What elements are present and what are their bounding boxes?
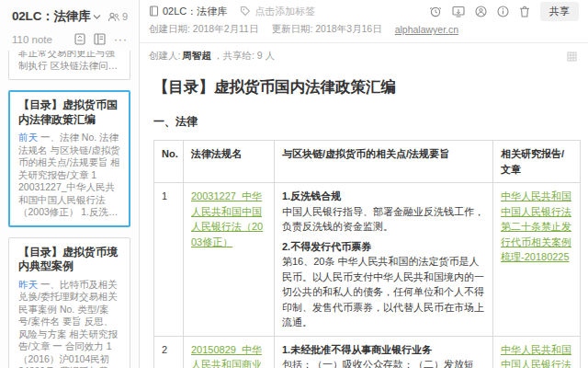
note-count: 110 note (12, 34, 52, 45)
report-link[interactable]: 中华人民共和国中国人民银行法第二十条禁止发行代币相关案例梳理-20180225 (501, 344, 571, 368)
add-tag-field[interactable]: 点击添加标签 (240, 5, 315, 18)
trash-icon[interactable] (519, 6, 530, 17)
cell-no: 2 (154, 336, 184, 368)
law-link[interactable]: 20150829_中华人民共和国商业银行法（2015修正） (191, 344, 264, 368)
report-link[interactable]: 中华人民共和国中国人民银行法第二十条禁止发行代币相关案例梳理-20180225 (501, 190, 571, 262)
note-card-list: 非正常交易的更正与强制执行 区块链法律问题（四）… 【目录】虚拟货币国内法律政策… (0, 51, 139, 368)
table-header-row: No. 法律法规名 与区块链/虚拟货币的相关点/法规要旨 相关研究报告/文章 (154, 141, 581, 183)
note-date: 昨天 (18, 279, 38, 290)
point-heading: 1.未经批准不得从事商业银行业务 (282, 342, 485, 358)
updated-date: 更新日期: 2018年3月16日 (271, 23, 381, 36)
chevron-down-icon[interactable] (93, 14, 101, 20)
note-snippet: 昨天 一、比特币及相关兑换/委托理财交易相关民事案例 No. 类型/案号/案件名… (18, 279, 120, 368)
table-grid-icon[interactable] (567, 52, 577, 62)
tag-icon (240, 6, 251, 17)
law-table: No. 法律法规名 与区块链/虚拟货币的相关点/法规要旨 相关研究报告/文章 1… (153, 140, 581, 368)
header-no: No. (154, 141, 184, 183)
app-window: 02LC：法律库 9 11 (0, 0, 588, 368)
note-title: 【目录】虚拟货币国内法律政策汇编 (18, 98, 120, 127)
note-editor: 02LC：法律库 点击添加标签 (140, 0, 588, 368)
note-date: 前天 (18, 132, 38, 143)
notes-sidebar: 02LC：法律库 9 11 (0, 0, 140, 368)
note-snippet: 非正常交易的更正与强制执行 区块链法律问题（四）… (18, 51, 120, 72)
sidebar-header: 02LC：法律库 9 11 (0, 0, 139, 51)
document-body: 【目录】虚拟货币国内法律政策汇编 一、法律 No. 法律法规名 与区块链/虚拟货… (140, 64, 588, 368)
note-card-cropped[interactable]: 非正常交易的更正与强制执行 区块链法律问题（四）… (8, 51, 130, 80)
note-title: 【目录】虚拟货币境内典型案例 (18, 246, 120, 274)
table-row: 2 20150829_中华人民共和国商业银行法（2015修正） 1.未经批准不得… (154, 336, 581, 368)
note-card-selected[interactable]: 【目录】虚拟货币国内法律政策汇编 前天 一、法律 No. 法律法规名 与区块链/… (8, 90, 130, 227)
info-icon[interactable] (497, 6, 509, 17)
note-meta-row: 创建日期: 2018年2月11日 更新日期: 2018年3月16日 alphal… (140, 18, 588, 43)
cell-points: 1.未经批准不得从事商业银行业务 包括：（一）吸收公众存款；（二）发放短期、中期… (275, 336, 493, 368)
point-body: 包括：（一）吸收公众存款；（二）发放短期、中期和长期贷款；（三）办理国内外结算；… (282, 357, 485, 368)
editor-toolbar: 02LC：法律库 点击添加标签 (140, 0, 588, 18)
header-law-name: 法律法规名 (184, 141, 275, 183)
member-count: 9 (122, 11, 128, 22)
point-body: 第16、20条 中华人民共和国的法定货币是人民币。以人民币支付中华人民共和国境内… (282, 254, 485, 330)
point-heading: 2.不得发行代币票券 (282, 239, 485, 255)
header-relevance: 与区块链/虚拟货币的相关点/法规要旨 (275, 141, 493, 183)
reminder-clock-icon[interactable] (429, 6, 442, 17)
panel-layout-icon[interactable] (94, 33, 106, 45)
present-screen-icon[interactable] (452, 6, 465, 17)
document-title: 【目录】虚拟货币国内法律政策汇编 (153, 77, 579, 98)
point-body: 中国人民银行指导、部署金融业反洗钱工作，负责反洗钱的资金监测。 (282, 204, 485, 235)
cell-points: 1.反洗钱合规 中国人民银行指导、部署金融业反洗钱工作，负责反洗钱的资金监测。 … (275, 183, 493, 337)
creator-label: 创建人: (149, 50, 180, 63)
section-heading: 一、法律 (153, 114, 579, 130)
more-options-icon[interactable]: ··· (114, 36, 128, 43)
point-heading: 1.反洗钱合规 (282, 189, 485, 204)
law-link[interactable]: 20031227_中华人民共和国中国人民银行法（2003修正） (191, 190, 263, 247)
creator-row: 创建人: 周智超 ，共享给: 9 人 (140, 43, 588, 64)
shared-members[interactable]: 9 (107, 11, 128, 22)
table-row: 1 20031227_中华人民共和国中国人民银行法（2003修正） 1.反洗钱合… (154, 183, 581, 337)
notebook-selector[interactable]: 02LC：法律库 (149, 5, 227, 18)
note-card[interactable]: 【目录】虚拟货币境内典型案例 昨天 一、比特币及相关兑换/委托理财交易相关民事案… (8, 237, 130, 368)
add-tag-placeholder: 点击添加标签 (254, 5, 315, 18)
header-reports: 相关研究报告/文章 (493, 141, 581, 183)
creator-name: 周智超 (182, 50, 211, 63)
note-snippet: 前天 一、法律 No. 法律法规名 与区块链/虚拟货币的相关点/法规要旨 相关研… (18, 132, 120, 219)
created-date: 创建日期: 2018年2月11日 (149, 23, 258, 36)
notebook-title[interactable]: 02LC：法律库 (12, 8, 90, 25)
people-icon (107, 12, 119, 22)
shared-count: ，共享给: 9 人 (213, 50, 275, 63)
notebook-icon (149, 6, 159, 17)
cell-no: 1 (154, 183, 184, 337)
work-chat-user-icon[interactable] (475, 6, 487, 17)
card-badge-icon[interactable] (74, 33, 85, 45)
source-url-link[interactable]: alphalawyer.cn (395, 24, 458, 35)
